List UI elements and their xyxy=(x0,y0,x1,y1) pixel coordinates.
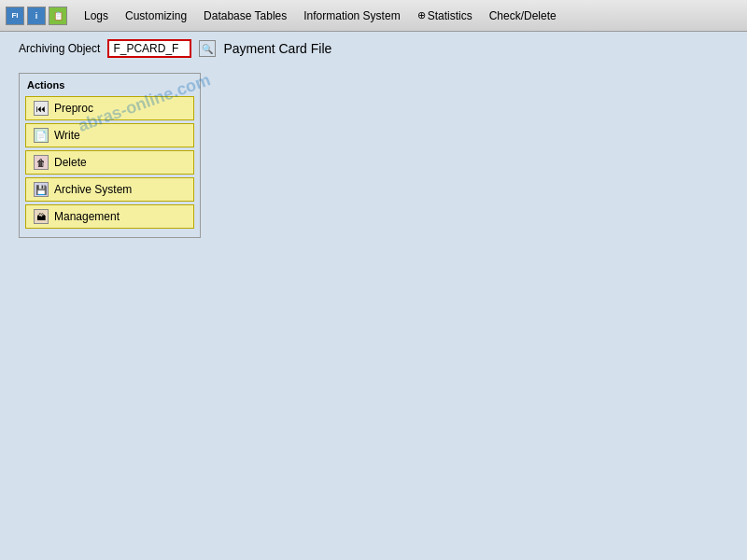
app-icon-3[interactable]: 📋 xyxy=(49,7,67,25)
search-icon: 🔍 xyxy=(202,44,213,54)
archive-system-icon: 💾 xyxy=(34,182,49,197)
archiving-description: Payment Card File xyxy=(223,41,331,56)
preproc-button[interactable]: ⏮ Preproc xyxy=(25,96,194,120)
preproc-label: Preproc xyxy=(54,102,93,115)
archiving-object-input[interactable] xyxy=(107,39,191,58)
toolbar-icons: FI i 📋 xyxy=(6,7,67,25)
delete-icon: 🗑 xyxy=(34,155,49,170)
search-button[interactable]: 🔍 xyxy=(199,40,216,57)
main-content: Actions ⏮ Preproc 📄 Write 🗑 Delete 💾 Arc… xyxy=(0,65,747,245)
statistics-icon: ⊕ xyxy=(417,9,426,21)
menu-logs[interactable]: Logs xyxy=(77,7,116,24)
toolbar-menu: Logs Customizing Database Tables Informa… xyxy=(77,7,564,24)
delete-label: Delete xyxy=(54,156,87,169)
write-button[interactable]: 📄 Write xyxy=(25,123,194,147)
menu-database-tables[interactable]: Database Tables xyxy=(196,7,294,24)
write-icon: 📄 xyxy=(34,128,49,143)
menu-statistics[interactable]: ⊕ Statistics xyxy=(410,7,480,24)
archive-system-button[interactable]: 💾 Archive System xyxy=(25,177,194,202)
toolbar: FI i 📋 Logs Customizing Database Tables … xyxy=(0,0,747,32)
archiving-row: Archiving Object 🔍 Payment Card File xyxy=(0,32,747,65)
app-icon-2[interactable]: i xyxy=(27,7,46,25)
archiving-object-label: Archiving Object xyxy=(19,42,100,55)
delete-button[interactable]: 🗑 Delete xyxy=(25,150,194,175)
menu-customizing[interactable]: Customizing xyxy=(118,7,194,24)
write-label: Write xyxy=(54,129,80,142)
app-icon-1[interactable]: FI xyxy=(6,7,24,25)
actions-panel: Actions ⏮ Preproc 📄 Write 🗑 Delete 💾 Arc… xyxy=(19,73,201,238)
menu-check-delete[interactable]: Check/Delete xyxy=(482,7,564,24)
preproc-icon: ⏮ xyxy=(34,101,49,116)
actions-panel-title: Actions xyxy=(25,79,194,91)
archive-system-label: Archive System xyxy=(54,183,132,196)
management-label: Management xyxy=(54,210,120,223)
management-button[interactable]: 🏔 Management xyxy=(25,204,194,229)
management-icon: 🏔 xyxy=(34,209,49,224)
menu-information-system[interactable]: Information System xyxy=(296,7,407,24)
